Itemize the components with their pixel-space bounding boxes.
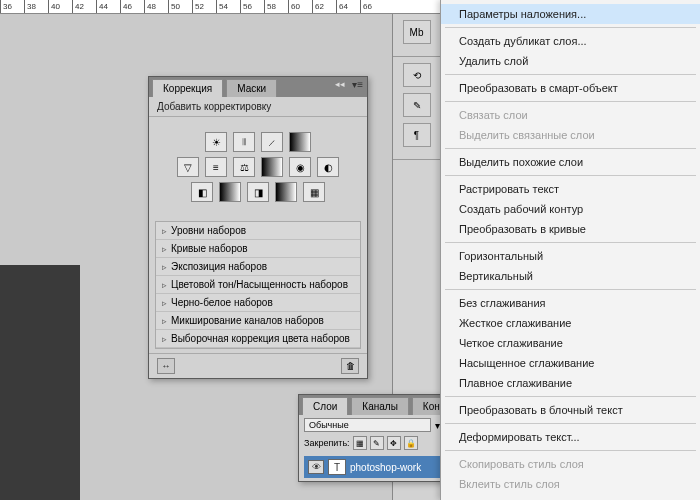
menu-item[interactable]: Четкое сглаживание <box>441 333 700 353</box>
adjustment-icons-grid: ☀ ⫴ ⟋ ▽ ≡ ⚖ ◉ ◐ ◧ ◨ ▦ <box>149 117 367 217</box>
expand-icon[interactable]: ↔ <box>157 358 175 374</box>
menu-item: Связать слои <box>441 105 700 125</box>
blend-mode-select[interactable]: Обычные <box>304 418 431 432</box>
menu-separator <box>445 175 696 176</box>
preset-item[interactable]: Цветовой тон/Насыщенность наборов <box>156 276 360 294</box>
menu-item[interactable]: Преобразовать в смарт-объект <box>441 78 700 98</box>
layer-name: photoshop-work <box>350 462 421 473</box>
tab-channels[interactable]: Каналы <box>351 397 409 415</box>
invert-icon[interactable]: ◧ <box>191 182 213 202</box>
tab-correction[interactable]: Коррекция <box>152 79 223 97</box>
panel-collapse-icon[interactable]: ◂◂ <box>335 79 345 89</box>
menu-item[interactable]: Насыщенное сглаживание <box>441 353 700 373</box>
panel-footer: ↔ 🗑 <box>149 353 367 378</box>
levels-icon[interactable]: ⫴ <box>233 132 255 152</box>
menu-item[interactable]: Плавное сглаживание <box>441 373 700 393</box>
ruler-tick: 60 <box>288 0 312 13</box>
text-tool-icon[interactable]: ¶ <box>403 123 431 147</box>
preset-item[interactable]: Кривые наборов <box>156 240 360 258</box>
panel-menu-icon[interactable]: ▾≡ <box>352 79 363 90</box>
ruler-tick: 64 <box>336 0 360 13</box>
threshold-icon[interactable]: ◨ <box>247 182 269 202</box>
menu-item: Выделить связанные слои <box>441 125 700 145</box>
ruler-tick: 44 <box>96 0 120 13</box>
menu-separator <box>445 27 696 28</box>
menu-separator <box>445 289 696 290</box>
menu-item[interactable]: Без сглаживания <box>441 293 700 313</box>
ruler-tick: 62 <box>312 0 336 13</box>
menu-item[interactable]: Выделить похожие слои <box>441 152 700 172</box>
menu-item[interactable]: Горизонтальный <box>441 246 700 266</box>
lock-all-icon[interactable]: 🔒 <box>404 436 418 450</box>
hue-icon[interactable]: ≡ <box>205 157 227 177</box>
preset-item[interactable]: Экспозиция наборов <box>156 258 360 276</box>
history-brush-icon[interactable]: ⟲ <box>403 63 431 87</box>
menu-separator <box>445 450 696 451</box>
lock-pixels-icon[interactable]: ✎ <box>370 436 384 450</box>
layers-panel: Слои Каналы Контуры Обычные ▾ Закрепить:… <box>298 394 446 482</box>
ruler-tick: 66 <box>360 0 384 13</box>
menu-item[interactable]: Жесткое сглаживание <box>441 313 700 333</box>
adjustments-panel: ◂◂ ▾≡ Коррекция Маски Добавить корректир… <box>148 76 368 379</box>
lock-position-icon[interactable]: ✥ <box>387 436 401 450</box>
gradient-map-icon[interactable] <box>275 182 297 202</box>
menu-item[interactable]: Деформировать текст... <box>441 427 700 447</box>
ruler-tick: 58 <box>264 0 288 13</box>
menu-item[interactable]: Растрировать текст <box>441 179 700 199</box>
ruler-tick: 46 <box>120 0 144 13</box>
trash-icon[interactable]: 🗑 <box>341 358 359 374</box>
menu-item[interactable]: Создать дубликат слоя... <box>441 31 700 51</box>
mb-tool-icon[interactable]: Mb <box>403 20 431 44</box>
menu-separator <box>445 148 696 149</box>
menu-item[interactable]: Параметры наложения... <box>441 4 700 24</box>
posterize-icon[interactable] <box>219 182 241 202</box>
brush-tool-icon[interactable]: ✎ <box>403 93 431 117</box>
ruler-tick: 38 <box>24 0 48 13</box>
curves-icon[interactable]: ⟋ <box>261 132 283 152</box>
canvas-background <box>0 265 80 500</box>
tab-masks[interactable]: Маски <box>226 79 277 97</box>
bw-icon[interactable] <box>261 157 283 177</box>
vibrance-icon[interactable]: ▽ <box>177 157 199 177</box>
menu-item[interactable]: Вертикальный <box>441 266 700 286</box>
menu-item: Вклеить стиль слоя <box>441 474 700 494</box>
menu-item: Очистить стиль слоя <box>441 494 700 500</box>
panel-header: Добавить корректировку <box>149 97 367 117</box>
exposure-icon[interactable] <box>289 132 311 152</box>
channel-mixer-icon[interactable]: ◐ <box>317 157 339 177</box>
layers-tabs: Слои Каналы Контуры <box>299 395 445 415</box>
photo-filter-icon[interactable]: ◉ <box>289 157 311 177</box>
menu-item[interactable]: Преобразовать в кривые <box>441 219 700 239</box>
menu-separator <box>445 396 696 397</box>
context-menu: Параметры наложения...Создать дубликат с… <box>440 0 700 500</box>
ruler-tick: 50 <box>168 0 192 13</box>
layer-row[interactable]: 👁 T photoshop-work <box>304 456 440 478</box>
preset-item[interactable]: Микширование каналов наборов <box>156 312 360 330</box>
layer-visibility-icon[interactable]: 👁 <box>308 460 324 474</box>
ruler-tick: 52 <box>192 0 216 13</box>
ruler-tick: 36 <box>0 0 24 13</box>
preset-item[interactable]: Выборочная коррекция цвета наборов <box>156 330 360 348</box>
menu-item: Скопировать стиль слоя <box>441 454 700 474</box>
tab-layers[interactable]: Слои <box>302 397 348 415</box>
preset-item[interactable]: Черно-белое наборов <box>156 294 360 312</box>
balance-icon[interactable]: ⚖ <box>233 157 255 177</box>
menu-item[interactable]: Преобразовать в блочный текст <box>441 400 700 420</box>
ruler-tick: 56 <box>240 0 264 13</box>
lock-transparency-icon[interactable]: ▦ <box>353 436 367 450</box>
ruler-tick: 42 <box>72 0 96 13</box>
layer-type-icon: T <box>328 459 346 475</box>
menu-item[interactable]: Удалить слой <box>441 51 700 71</box>
brightness-icon[interactable]: ☀ <box>205 132 227 152</box>
lock-label: Закрепить: <box>304 438 350 448</box>
menu-separator <box>445 242 696 243</box>
panel-tabs: ◂◂ ▾≡ Коррекция Маски <box>149 77 367 97</box>
selective-color-icon[interactable]: ▦ <box>303 182 325 202</box>
ruler-tick: 54 <box>216 0 240 13</box>
menu-separator <box>445 423 696 424</box>
preset-item[interactable]: Уровни наборов <box>156 222 360 240</box>
menu-item[interactable]: Создать рабочий контур <box>441 199 700 219</box>
preset-list[interactable]: Уровни наборовКривые наборовЭкспозиция н… <box>155 221 361 349</box>
menu-separator <box>445 74 696 75</box>
menu-separator <box>445 101 696 102</box>
